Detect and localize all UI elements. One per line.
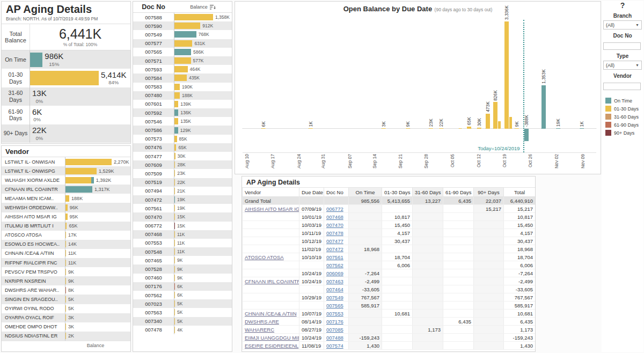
aging-bucket-row[interactable]: 01-30 Days5,414K84%: [2, 69, 130, 87]
vendor-row[interactable]: SINGIN EN SRAGEOU..5K: [2, 295, 130, 304]
vendor-bar[interactable]: [65, 269, 66, 275]
vendor-bar[interactable]: [65, 177, 94, 183]
doc-bar[interactable]: [174, 223, 175, 229]
doc-bar[interactable]: [174, 275, 175, 281]
legend-item[interactable]: On Time: [602, 97, 643, 105]
doc-no-link[interactable]: 006069: [326, 270, 343, 276]
doc-no-link[interactable]: 007565: [326, 303, 343, 308]
doc-row[interactable]: 00747665K: [133, 143, 232, 152]
vendor-bar[interactable]: [65, 241, 66, 247]
legend-item[interactable]: 90+ Days: [602, 129, 643, 137]
doc-no-link[interactable]: 007463: [326, 278, 343, 284]
vendor-row[interactable]: PEVSCV PEM TRSPVO9K: [2, 267, 130, 276]
doc-bar[interactable]: [174, 231, 175, 238]
doc-row[interactable]: 00747730K: [133, 152, 232, 160]
doc-bar[interactable]: [174, 257, 175, 263]
doc-row[interactable]: 007480188K: [133, 91, 232, 100]
column-header[interactable]: Due Date: [299, 188, 324, 197]
doc-no-link[interactable]: 007477: [326, 238, 343, 244]
sort-descending-icon[interactable]: [210, 4, 216, 10]
aging-bucket-row[interactable]: 31-60 Days13K0%: [2, 87, 130, 106]
doc-row[interactable]: 0074659K: [133, 256, 232, 264]
legend-item[interactable]: 01-30 Days: [602, 105, 643, 113]
chart-bar[interactable]: [382, 128, 386, 129]
chart-bar[interactable]: [524, 129, 529, 141]
chart-bar[interactable]: [429, 128, 433, 129]
doc-no-link[interactable]: 007488: [326, 335, 343, 341]
vendor-link[interactable]: DWSHRS ARE: [245, 319, 279, 325]
chart-bar[interactable]: [406, 128, 410, 129]
doc-bar[interactable]: [174, 57, 191, 64]
chart-bar[interactable]: [261, 128, 266, 129]
doc-no-link[interactable]: 006772: [326, 206, 343, 212]
vendor-link[interactable]: AIHSSH AITO MSAR IG: [245, 206, 299, 212]
vendor-row[interactable]: NDSIUS NDIASTINL ER2K: [2, 332, 130, 341]
doc-bar[interactable]: [174, 40, 192, 47]
doc-row[interactable]: 0075635K: [133, 308, 232, 317]
doc-row[interactable]: 007590912K: [133, 21, 232, 30]
doc-no-link[interactable]: 007085: [326, 327, 343, 333]
vendor-link[interactable]: EIIMJI UANGGDGU MIE: [245, 335, 299, 341]
vendor-row[interactable]: DWSHRS ARE WAHAR..8K: [2, 285, 130, 295]
vendor-link[interactable]: CHNAIN /CEA& A/TIIN: [245, 311, 297, 317]
doc-row[interactable]: 0074784K: [133, 326, 232, 334]
doc-row[interactable]: 00755311K: [133, 239, 232, 247]
vendor-row[interactable]: LSTWLT IL- ONWISPG1,529K: [2, 166, 130, 175]
column-header[interactable]: On Time: [349, 188, 382, 197]
doc-row[interactable]: 00754811K: [133, 247, 232, 256]
doc-row[interactable]: 007601139K: [133, 100, 232, 108]
doc-no-link[interactable]: 007478: [326, 230, 343, 236]
doc-row[interactable]: 007584435K: [133, 73, 232, 82]
doc-bar[interactable]: [174, 214, 175, 220]
vendor-bar[interactable]: [65, 195, 69, 202]
vendor-link[interactable]: WAHARERC: [245, 327, 274, 333]
vendor-row[interactable]: ITULMU IB MRTLIUT I65K: [2, 222, 130, 231]
vendor-row[interactable]: WEHWSH ORDEDWW..96K: [2, 203, 130, 212]
doc-bar[interactable]: [174, 248, 175, 255]
doc-bar[interactable]: [174, 161, 175, 168]
doc-bar[interactable]: [174, 136, 177, 142]
doc-row[interactable]: 00677215K: [133, 222, 232, 230]
vendor-bar[interactable]: [65, 305, 66, 312]
doc-row[interactable]: 00751922K: [133, 178, 232, 187]
doc-row[interactable]: 00749421K: [133, 187, 232, 195]
chart-bar[interactable]: [467, 127, 471, 129]
doc-row[interactable]: 007549768K: [133, 30, 232, 39]
doc-row[interactable]: 0075289K: [133, 264, 232, 273]
column-header[interactable]: 61-90 Days: [443, 188, 474, 197]
vendor-row[interactable]: MEAAMA MEN ICAM..188K: [2, 194, 130, 203]
vendor-row[interactable]: AIHSSH AITO MSAR IG95K: [2, 212, 130, 222]
doc-row[interactable]: 0071766K: [133, 282, 232, 291]
doc-bar[interactable]: [174, 109, 178, 116]
chart-bar[interactable]: [493, 102, 497, 129]
doc-bar[interactable]: [174, 127, 178, 134]
doc-bar[interactable]: [174, 118, 178, 124]
vendor-bar[interactable]: [65, 314, 66, 321]
doc-row[interactable]: 007565586K: [133, 48, 232, 56]
doc-row[interactable]: 0070235K: [133, 299, 232, 308]
vendor-bar[interactable]: [65, 186, 92, 193]
aging-bucket-bar[interactable]: [30, 71, 99, 85]
doc-bar[interactable]: [174, 66, 188, 72]
doc-row[interactable]: 007577631K: [133, 39, 232, 48]
doc-row[interactable]: 00756119K: [133, 204, 232, 212]
doc-bar[interactable]: [174, 327, 175, 333]
doc-row[interactable]: 0075626K: [133, 291, 232, 299]
doc-row[interactable]: 007592136K: [133, 108, 232, 117]
doc-no-link[interactable]: 007472: [326, 246, 343, 252]
doc-row[interactable]: 007593464K: [133, 65, 232, 73]
chart-bar[interactable]: [459, 128, 462, 129]
doc-bar[interactable]: [174, 292, 175, 298]
doc-row[interactable]: 007583190K: [133, 83, 232, 91]
vendor-bar[interactable]: [65, 223, 67, 229]
doc-bar[interactable]: [174, 300, 175, 307]
vendor-link[interactable]: CFNAAN IRL COAIINTR: [245, 278, 299, 284]
vendor-row[interactable]: OYARPA OYACL ROIF3K: [2, 313, 130, 322]
doc-row[interactable]: 007546135K: [133, 117, 232, 126]
column-header[interactable]: 31-60 Days: [413, 188, 443, 197]
doc-row[interactable]: 0075881,358K: [133, 13, 232, 21]
doc-bar[interactable]: [174, 23, 200, 29]
vendor-bar[interactable]: [65, 296, 66, 303]
vendor-bar[interactable]: [65, 168, 97, 174]
chart-bar[interactable]: [504, 21, 509, 129]
